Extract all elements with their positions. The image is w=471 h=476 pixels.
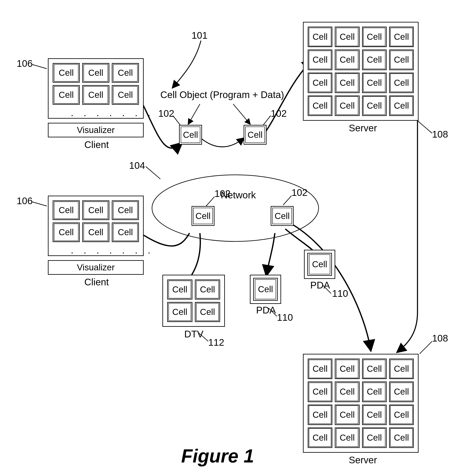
pda-1-box: Cell <box>250 275 281 304</box>
server-2-cell: Cell <box>362 427 387 448</box>
server-2-cell: Cell <box>389 359 414 379</box>
server-2-cell: Cell <box>362 359 387 379</box>
server-2-cell: Cell <box>389 381 414 402</box>
ref-106-b: 106 <box>17 196 33 206</box>
server-1-cell: Cell <box>389 73 414 93</box>
server-1-cell: Cell <box>362 96 387 116</box>
free-cell-top-right: Cell <box>244 125 266 145</box>
dtv-box: Cell Cell Cell Cell <box>162 275 225 327</box>
client-2-dots: . . . . . . . <box>71 245 154 256</box>
client-2-cell: Cell <box>53 201 80 220</box>
ref-106-a: 106 <box>17 58 33 69</box>
server-1-cell: Cell <box>308 96 332 116</box>
client-1-cell: Cell <box>82 85 109 105</box>
server-2-cell: Cell <box>308 381 332 402</box>
dtv-label: DTV <box>184 329 203 340</box>
server-1-label: Server <box>349 123 377 134</box>
ref-104: 104 <box>129 160 145 171</box>
server-2-label: Server <box>349 455 377 465</box>
server-2-cell: Cell <box>362 381 387 402</box>
client-2-label: Client <box>84 277 109 288</box>
server-1-cell: Cell <box>389 96 414 116</box>
visualizer-label: Visualizer <box>77 125 115 135</box>
pda-1-label: PDA <box>256 305 276 316</box>
server-2-cell: Cell <box>335 427 359 448</box>
server-1-cell: Cell <box>362 50 387 70</box>
server-1-box: Cell Cell Cell Cell Cell Cell Cell Cell … <box>303 22 419 121</box>
client-1-cell: Cell <box>53 85 80 105</box>
server-1-cell: Cell <box>308 50 332 70</box>
server-2-cell: Cell <box>335 381 359 402</box>
client-1-label: Client <box>84 139 109 150</box>
free-cell-net-left: Cell <box>192 206 214 226</box>
pda-2-label: PDA <box>310 280 330 290</box>
ref-102-d: 102 <box>292 187 308 198</box>
pda-2-cell: Cell <box>307 253 332 276</box>
server-2-cell: Cell <box>308 427 332 448</box>
client-2-cell: Cell <box>82 222 109 242</box>
server-2-cell: Cell <box>389 405 414 425</box>
client-1-cell: Cell <box>53 63 80 83</box>
ref-102-a: 102 <box>158 108 174 119</box>
server-2-cell: Cell <box>335 405 359 425</box>
dtv-cell: Cell <box>195 302 220 322</box>
ref-110-a: 110 <box>277 312 293 323</box>
server-2-cell: Cell <box>308 359 332 379</box>
client-2-cell: Cell <box>112 201 139 220</box>
server-2-cell: Cell <box>362 405 387 425</box>
client-1-cell: Cell <box>112 63 139 83</box>
diagram-stage: 101 102 102 102 102 104 106 106 108 108 … <box>0 0 471 476</box>
svg-point-0 <box>152 175 319 241</box>
visualizer-label: Visualizer <box>77 262 115 272</box>
client-1-dots: . . . . . . . <box>71 107 154 119</box>
client-2-cell: Cell <box>112 222 139 242</box>
server-2-cell: Cell <box>389 427 414 448</box>
server-1-cell: Cell <box>362 27 387 47</box>
server-2-cell: Cell <box>308 405 332 425</box>
dtv-cell: Cell <box>195 280 220 300</box>
server-2-box: Cell Cell Cell Cell Cell Cell Cell Cell … <box>303 354 419 453</box>
client-2-visualizer: Visualizer <box>48 260 144 275</box>
ref-108-a: 108 <box>432 129 448 140</box>
client-2-cell: Cell <box>82 201 109 220</box>
pda-2-box: Cell <box>304 250 335 279</box>
server-1-cell: Cell <box>362 73 387 93</box>
server-1-cell: Cell <box>308 73 332 93</box>
client-2-cell: Cell <box>53 222 80 242</box>
ref-108-b: 108 <box>432 333 448 344</box>
client-1-cell: Cell <box>82 63 109 83</box>
ref-110-b: 110 <box>332 288 348 299</box>
label-network: Network <box>221 189 256 201</box>
ref-112: 112 <box>208 337 224 348</box>
server-1-cell: Cell <box>335 73 359 93</box>
server-1-cell: Cell <box>389 50 414 70</box>
server-1-cell: Cell <box>308 27 332 47</box>
server-1-cell: Cell <box>389 27 414 47</box>
server-1-cell: Cell <box>335 50 359 70</box>
server-2-cell: Cell <box>335 359 359 379</box>
server-1-cell: Cell <box>335 96 359 116</box>
label-cell-object: Cell Object (Program + Data) <box>160 89 284 100</box>
ref-102-b: 102 <box>271 108 287 119</box>
client-1-cell: Cell <box>112 85 139 105</box>
figure-title: Figure 1 <box>181 445 254 467</box>
ref-101: 101 <box>192 30 208 41</box>
server-1-cell: Cell <box>335 27 359 47</box>
free-cell-net-right: Cell <box>271 206 294 226</box>
pda-1-cell: Cell <box>253 278 278 301</box>
free-cell-top-left: Cell <box>179 125 202 145</box>
dtv-cell: Cell <box>167 302 192 322</box>
client-1-visualizer: Visualizer <box>48 123 144 137</box>
dtv-cell: Cell <box>167 280 192 300</box>
